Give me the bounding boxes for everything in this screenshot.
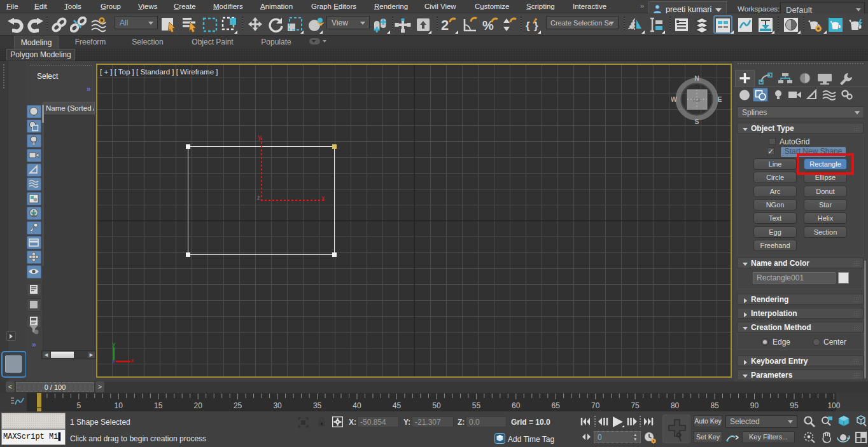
svg-text:S: S — [694, 118, 699, 125]
svg-text:75: 75 — [631, 401, 640, 410]
svg-text:55: 55 — [472, 401, 481, 410]
svg-text:35: 35 — [313, 401, 322, 410]
svg-text:70: 70 — [591, 401, 600, 410]
svg-text:40: 40 — [353, 401, 361, 410]
svg-text:y: y — [113, 340, 116, 347]
svg-text:50: 50 — [432, 401, 441, 410]
svg-text:30: 30 — [273, 401, 282, 410]
svg-text:x: x — [131, 357, 134, 364]
svg-text:{: { — [526, 20, 530, 32]
svg-text:25: 25 — [234, 401, 242, 410]
svg-text:65: 65 — [552, 401, 561, 410]
svg-text:N: N — [694, 74, 699, 82]
svg-text:85: 85 — [710, 401, 719, 410]
svg-text:90: 90 — [750, 401, 759, 410]
svg-text:W: W — [671, 95, 677, 103]
svg-text:80: 80 — [671, 401, 680, 410]
svg-text:20: 20 — [194, 401, 203, 410]
svg-text:95: 95 — [790, 401, 799, 410]
svg-text:2: 2 — [441, 17, 449, 33]
svg-text:E: E — [717, 95, 722, 103]
svg-text:45: 45 — [393, 401, 402, 410]
svg-text:15: 15 — [154, 401, 163, 410]
svg-text:z: z — [113, 358, 116, 364]
svg-text:60: 60 — [512, 401, 521, 410]
svg-text:5: 5 — [76, 401, 81, 410]
svg-text:100: 100 — [827, 401, 840, 410]
svg-text:10: 10 — [115, 401, 123, 410]
